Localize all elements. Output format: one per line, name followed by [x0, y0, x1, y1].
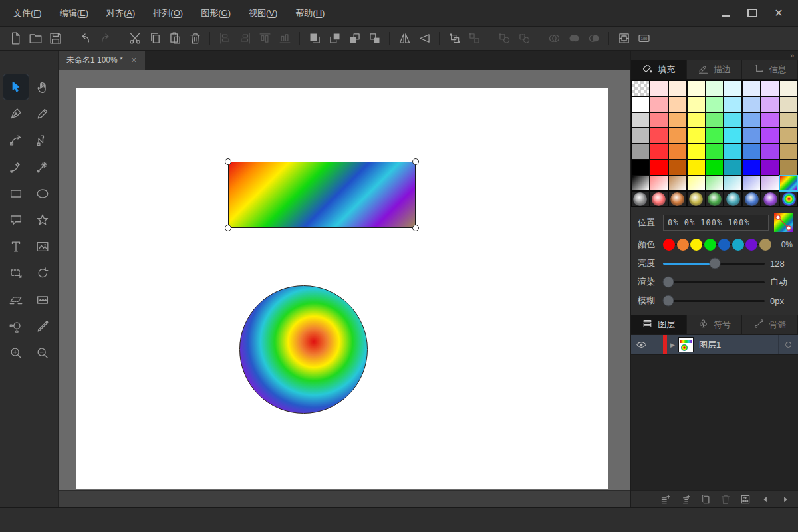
swatch-4-6[interactable]	[724, 128, 741, 143]
bring-forward-button[interactable]	[325, 29, 344, 48]
canvas-workspace[interactable]	[59, 70, 630, 490]
swatch-7-6[interactable]	[724, 176, 741, 191]
magnifier-tool[interactable]	[3, 313, 29, 340]
duplicate-layer-button[interactable]	[697, 492, 714, 507]
convert-node-tool[interactable]	[29, 154, 56, 180]
blur-slider-handle[interactable]	[663, 295, 674, 307]
swatch-1-2[interactable]	[650, 81, 668, 96]
swatch-6-9[interactable]	[780, 160, 797, 175]
swatch-7-7[interactable]	[743, 176, 760, 191]
zoom-in-tool[interactable]	[3, 340, 29, 366]
swatch-8-3[interactable]	[669, 192, 686, 206]
swatch-2-6[interactable]	[724, 97, 741, 112]
swatch-4-5[interactable]	[706, 128, 724, 143]
swatch-2-7[interactable]	[743, 97, 760, 112]
swatch-8-7[interactable]	[743, 192, 760, 206]
edit-shape-button[interactable]	[494, 29, 514, 48]
canvas-page[interactable]	[76, 88, 608, 489]
swatch-8-8[interactable]	[761, 192, 779, 206]
tab-symbols[interactable]: 符号	[687, 315, 743, 334]
swatch-7-1[interactable]	[632, 176, 649, 191]
swatch-1-5[interactable]	[706, 81, 724, 96]
swatch-8-6[interactable]	[724, 192, 741, 206]
text-tool[interactable]	[3, 233, 29, 260]
ungroup-button[interactable]	[464, 29, 484, 48]
gradient-stop-8[interactable]	[759, 239, 771, 251]
visibility-toggle[interactable]	[631, 335, 652, 354]
circle-shape[interactable]	[239, 285, 368, 414]
delete-layer-button[interactable]	[717, 492, 734, 507]
swatch-3-4[interactable]	[688, 113, 705, 128]
bool-combine-button[interactable]	[564, 29, 584, 48]
undo-button[interactable]	[75, 29, 95, 48]
delete-button[interactable]	[185, 29, 205, 48]
swatch-6-2[interactable]	[650, 160, 668, 175]
maximize-button[interactable]	[742, 5, 762, 22]
gradient-stop-4[interactable]	[704, 239, 716, 251]
align-bottom-button[interactable]	[275, 29, 295, 48]
edit-path-button[interactable]	[514, 29, 534, 48]
swatch-5-6[interactable]	[724, 144, 741, 159]
swatch-3-3[interactable]	[669, 113, 686, 128]
swatch-5-1[interactable]	[632, 144, 649, 159]
tab-close-icon[interactable]: ✕	[131, 56, 137, 65]
send-backward-button[interactable]	[344, 29, 364, 48]
swatch-2-5[interactable]	[706, 97, 724, 112]
send-to-back-button[interactable]	[364, 29, 384, 48]
menu-item-arrange[interactable]: 排列(O)	[153, 7, 183, 19]
menu-item-help[interactable]: 帮助(H)	[295, 7, 325, 19]
polyline-tool[interactable]	[29, 127, 56, 154]
selection-handle-top-right[interactable]	[412, 158, 419, 165]
swatch-4-8[interactable]	[761, 128, 779, 143]
swatch-1-7[interactable]	[743, 81, 760, 96]
tab-bones[interactable]: 骨骼	[742, 315, 798, 334]
document-tab[interactable]: 未命名1 100% *✕	[59, 51, 145, 70]
swatch-4-9[interactable]	[780, 128, 797, 143]
swatch-1-4[interactable]	[688, 81, 705, 96]
gradient-stop-5[interactable]	[718, 239, 730, 251]
swatch-7-2[interactable]	[650, 176, 668, 191]
align-right-button[interactable]	[235, 29, 255, 48]
rectangle-shape[interactable]	[228, 162, 416, 228]
gradient-stop-7[interactable]	[745, 239, 757, 251]
swatch-6-5[interactable]	[706, 160, 724, 175]
close-button[interactable]: ✕	[769, 5, 789, 22]
swatch-7-3[interactable]	[669, 176, 686, 191]
rectangle-tool[interactable]	[3, 180, 29, 207]
selection-handle-bottom-right[interactable]	[412, 225, 419, 231]
menu-item-shape[interactable]: 图形(G)	[201, 7, 231, 19]
swatch-1-3[interactable]	[669, 81, 686, 96]
swatch-8-5[interactable]	[706, 192, 724, 206]
minimize-button[interactable]	[716, 5, 735, 22]
gradient-stop-3[interactable]	[690, 239, 702, 251]
swatch-3-1[interactable]	[632, 113, 649, 128]
rotate-tool[interactable]	[29, 260, 56, 287]
gradient-preview[interactable]	[774, 213, 793, 232]
swatch-2-4[interactable]	[688, 97, 705, 112]
swatch-1-1[interactable]	[632, 81, 649, 96]
swatch-4-1[interactable]	[632, 128, 649, 143]
selection-handle-top-left[interactable]	[225, 158, 231, 165]
group-button[interactable]	[444, 29, 464, 48]
skew-tool[interactable]	[3, 287, 29, 313]
prev-icon-button[interactable]	[757, 492, 774, 507]
blur-slider[interactable]	[663, 300, 765, 302]
flip-horizontal-button[interactable]	[394, 29, 414, 48]
swatch-5-4[interactable]	[688, 144, 705, 159]
swatch-3-6[interactable]	[724, 113, 741, 128]
new-sublayer-button[interactable]	[677, 492, 694, 507]
selection-handle-bottom-left[interactable]	[225, 225, 231, 231]
layer-row[interactable]: ▶图层1	[631, 334, 798, 355]
layer-select-cell[interactable]	[778, 335, 798, 354]
tab-layers[interactable]: 图层	[631, 315, 687, 334]
swatch-5-3[interactable]	[669, 144, 686, 159]
menu-item-file[interactable]: 文件(F)	[13, 7, 42, 19]
swatch-3-5[interactable]	[706, 113, 724, 128]
callout-tool[interactable]	[3, 207, 29, 233]
swatch-5-2[interactable]	[650, 144, 668, 159]
swatch-6-8[interactable]	[761, 160, 779, 175]
swatch-4-2[interactable]	[650, 128, 668, 143]
panel-overflow-icon[interactable]: »	[786, 52, 798, 59]
swatch-4-4[interactable]	[688, 128, 705, 143]
swatch-8-2[interactable]	[650, 192, 668, 206]
